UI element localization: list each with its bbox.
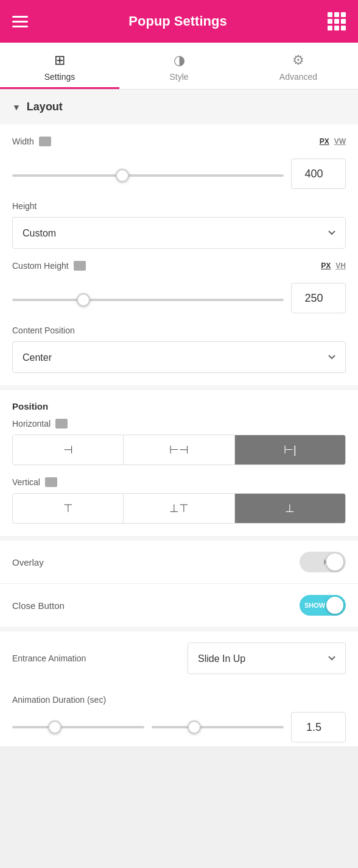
entrance-animation-section: Entrance Animation None Slide In Up Slid… bbox=[0, 631, 358, 746]
advanced-tab-icon: ⚙ bbox=[292, 52, 304, 68]
custom-height-row: Custom Height PX VH 250 bbox=[12, 261, 346, 313]
tab-settings[interactable]: ⊞ Settings bbox=[0, 43, 119, 89]
align-right-icon: ⊢| bbox=[284, 443, 297, 457]
custom-height-unit-vh[interactable]: VH bbox=[335, 261, 346, 270]
overlay-label: Overlay bbox=[12, 557, 44, 567]
custom-height-unit-toggle: PX VH bbox=[321, 261, 346, 270]
animation-duration-label: Animation Duration (sec) bbox=[12, 695, 346, 705]
close-button-row: Close Button SHOW bbox=[0, 584, 358, 627]
content-position-label: Content Position bbox=[12, 326, 346, 335]
hamburger-menu-icon[interactable] bbox=[12, 16, 28, 27]
align-bottom-icon: ⊥ bbox=[285, 502, 295, 515]
entrance-animation-row: Entrance Animation None Slide In Up Slid… bbox=[0, 631, 358, 685]
tab-style-label: Style bbox=[169, 72, 188, 82]
entrance-animation-label: Entrance Animation bbox=[12, 653, 86, 663]
align-center-icon: ⊢⊣ bbox=[169, 443, 189, 457]
width-row: Width PX VW 400 bbox=[12, 137, 346, 189]
close-button-toggle-wrap: SHOW bbox=[300, 595, 346, 616]
width-monitor-icon bbox=[39, 137, 51, 146]
width-label-row: Width PX VW bbox=[12, 137, 346, 152]
custom-height-slider-row: 250 bbox=[12, 283, 346, 313]
width-slider[interactable] bbox=[12, 174, 284, 177]
animation-duration-sliders bbox=[12, 726, 284, 728]
horizontal-label-group: Horizontal bbox=[12, 419, 346, 429]
align-middle-icon: ⊥⊤ bbox=[169, 502, 189, 515]
animation-duration-slider-row: 1.5 bbox=[12, 712, 346, 742]
tab-bar: ⊞ Settings ◑ Style ⚙ Advanced bbox=[0, 43, 358, 90]
vertical-top-btn[interactable]: ⊤ bbox=[13, 494, 124, 523]
header-title: Popup Settings bbox=[128, 13, 226, 29]
custom-height-label-group: Custom Height bbox=[12, 261, 86, 271]
animation-duration-input[interactable]: 1.5 bbox=[291, 712, 346, 742]
custom-height-label-row: Custom Height PX VH bbox=[12, 261, 346, 277]
animation-duration-row: Animation Duration (sec) 1.5 bbox=[0, 685, 358, 746]
content-position-row: Content Position Top Center Bottom bbox=[12, 326, 346, 373]
horizontal-btn-group: ⊣ ⊢⊣ ⊢| bbox=[12, 435, 346, 465]
tab-advanced[interactable]: ⚙ Advanced bbox=[239, 43, 358, 89]
custom-height-slider[interactable] bbox=[12, 299, 284, 301]
width-slider-row: 400 bbox=[12, 158, 346, 189]
align-top-icon: ⊤ bbox=[63, 502, 73, 515]
vertical-btn-group: ⊤ ⊥⊤ ⊥ bbox=[12, 493, 346, 524]
animation-duration-slider-1[interactable] bbox=[12, 726, 144, 728]
overlay-toggle-knob bbox=[326, 553, 343, 571]
horizontal-right-btn[interactable]: ⊢| bbox=[235, 435, 345, 464]
horizontal-row: Horizontal ⊣ ⊢⊣ ⊢| bbox=[12, 419, 346, 465]
width-input[interactable]: 400 bbox=[291, 158, 346, 189]
content-position-dropdown[interactable]: Top Center Bottom bbox=[12, 341, 346, 373]
horizontal-left-btn[interactable]: ⊣ bbox=[13, 435, 124, 464]
position-section-title: Position bbox=[0, 390, 358, 419]
vertical-bottom-btn[interactable]: ⊥ bbox=[235, 494, 345, 523]
tab-advanced-label: Advanced bbox=[279, 72, 317, 82]
custom-height-input[interactable]: 250 bbox=[291, 283, 346, 313]
custom-height-monitor-icon bbox=[74, 261, 86, 271]
custom-height-label: Custom Height bbox=[12, 261, 69, 271]
entrance-animation-dropdown[interactable]: None Slide In Up Slide In Down Fade In Z… bbox=[188, 642, 346, 674]
close-button-label: Close Button bbox=[12, 600, 65, 611]
position-panel: Position Horizontal ⊣ ⊢⊣ ⊢| bbox=[0, 390, 358, 536]
style-tab-icon: ◑ bbox=[174, 52, 185, 68]
layout-section-header[interactable]: ▼ Layout bbox=[0, 90, 358, 124]
align-left-icon: ⊣ bbox=[63, 443, 73, 457]
layout-panel: Width PX VW 400 H bbox=[0, 124, 358, 385]
height-row: Height Auto Custom Full Height bbox=[12, 201, 346, 249]
close-button-toggle[interactable]: SHOW bbox=[300, 595, 346, 616]
position-controls: Horizontal ⊣ ⊢⊣ ⊢| bbox=[0, 419, 358, 536]
close-button-toggle-text: SHOW bbox=[304, 602, 325, 609]
overlay-toggle[interactable]: HIDE bbox=[300, 552, 346, 572]
tab-settings-label: Settings bbox=[44, 72, 75, 82]
horizontal-monitor-icon bbox=[55, 419, 68, 429]
width-slider-container bbox=[12, 168, 284, 179]
width-unit-toggle: PX VW bbox=[320, 137, 346, 146]
settings-tab-icon: ⊞ bbox=[54, 52, 65, 68]
animation-duration-slider-2[interactable] bbox=[152, 726, 284, 728]
horizontal-label: Horizontal bbox=[12, 419, 51, 429]
layout-panel-inner: Width PX VW 400 H bbox=[0, 124, 358, 385]
width-unit-vw[interactable]: VW bbox=[334, 137, 346, 146]
custom-height-slider-container bbox=[12, 293, 284, 304]
vertical-middle-btn[interactable]: ⊥⊤ bbox=[124, 494, 234, 523]
close-button-toggle-knob bbox=[326, 597, 343, 614]
width-unit-px[interactable]: PX bbox=[320, 137, 329, 146]
vertical-label-group: Vertical bbox=[12, 477, 346, 487]
horizontal-center-btn[interactable]: ⊢⊣ bbox=[124, 435, 234, 464]
tab-style[interactable]: ◑ Style bbox=[119, 43, 239, 89]
entrance-animation-dropdown-wrap: None Slide In Up Slide In Down Fade In Z… bbox=[188, 642, 346, 674]
vertical-label: Vertical bbox=[12, 477, 40, 487]
width-label: Width bbox=[12, 137, 34, 146]
overlay-row: Overlay HIDE bbox=[0, 541, 358, 584]
vertical-row: Vertical ⊤ ⊥⊤ ⊥ bbox=[12, 477, 346, 524]
layout-section-title: Layout bbox=[27, 101, 63, 113]
height-label: Height bbox=[12, 201, 346, 211]
vertical-monitor-icon bbox=[45, 477, 57, 487]
header: Popup Settings bbox=[0, 0, 358, 43]
overlay-toggle-wrap: HIDE bbox=[300, 552, 346, 572]
layout-chevron-icon: ▼ bbox=[12, 102, 21, 112]
width-label-group: Width bbox=[12, 137, 51, 146]
custom-height-unit-px[interactable]: PX bbox=[321, 261, 331, 270]
content-area: ▼ Layout Width PX VW bbox=[0, 90, 358, 746]
height-dropdown[interactable]: Auto Custom Full Height bbox=[12, 217, 346, 249]
grid-menu-icon[interactable] bbox=[328, 12, 346, 30]
